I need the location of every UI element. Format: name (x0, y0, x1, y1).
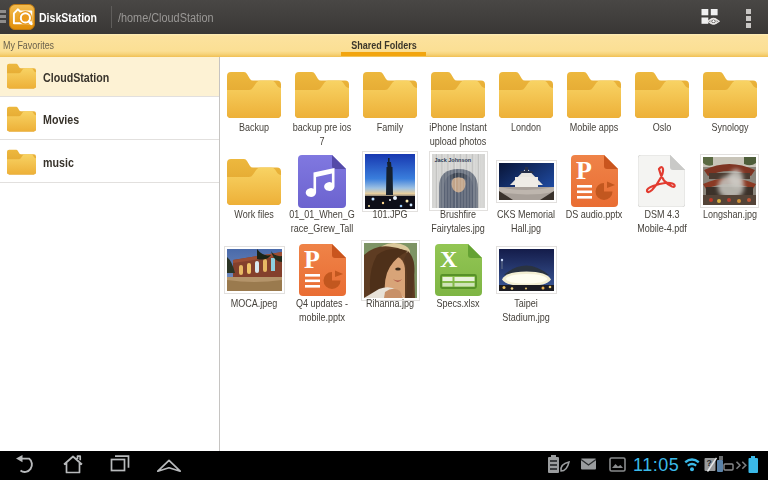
svg-text:P: P (576, 156, 592, 185)
svg-text:P: P (304, 245, 320, 274)
svg-text:X: X (440, 246, 458, 272)
svg-text:Jack Johnson: Jack Johnson (434, 157, 471, 163)
